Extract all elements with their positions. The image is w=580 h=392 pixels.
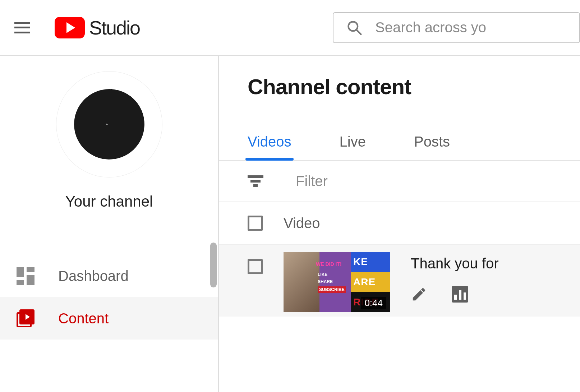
- content-icon: [17, 309, 34, 327]
- channel-label: Your channel: [65, 193, 153, 210]
- select-all-checkbox[interactable]: [248, 216, 263, 231]
- page-title: Channel content: [248, 74, 580, 99]
- search-input[interactable]: [375, 19, 579, 36]
- video-title[interactable]: Thank you for: [411, 255, 499, 272]
- tab-videos[interactable]: Videos: [248, 134, 291, 160]
- video-checkbox[interactable]: [248, 259, 263, 274]
- column-header-video: Video: [284, 215, 320, 231]
- main-content: Channel content Videos Live Posts Video …: [219, 56, 580, 392]
- filter-icon[interactable]: [248, 175, 263, 187]
- search-box[interactable]: [333, 12, 580, 43]
- content-tabs: Videos Live Posts: [248, 134, 580, 160]
- app-header: Studio: [0, 0, 580, 55]
- video-row[interactable]: WE DID IT! LIKE SHARE SUBSCRIBE KE ARE R…: [219, 245, 580, 317]
- analytics-icon[interactable]: [452, 286, 468, 303]
- video-list-header: Video: [219, 202, 580, 245]
- sidebar-item-label: Content: [58, 310, 109, 327]
- youtube-play-icon: [55, 17, 85, 38]
- channel-avatar[interactable]: [56, 72, 162, 177]
- edit-icon[interactable]: [411, 286, 427, 303]
- tab-posts[interactable]: Posts: [414, 134, 450, 160]
- sidebar-item-content[interactable]: Content: [0, 297, 218, 340]
- menu-button[interactable]: [14, 19, 31, 36]
- studio-logo[interactable]: Studio: [55, 17, 140, 39]
- video-duration: 0:44: [361, 297, 386, 309]
- filter-input[interactable]: [296, 173, 478, 189]
- logo-text: Studio: [89, 17, 140, 39]
- video-thumbnail[interactable]: WE DID IT! LIKE SHARE SUBSCRIBE KE ARE R…: [284, 252, 390, 312]
- tab-live[interactable]: Live: [340, 134, 366, 160]
- sidebar-item-label: Dashboard: [58, 268, 129, 284]
- filter-bar: [219, 161, 580, 202]
- sidebar-item-dashboard[interactable]: Dashboard: [0, 255, 218, 297]
- sidebar-scrollbar[interactable]: [210, 243, 217, 287]
- svg-line-1: [356, 29, 361, 34]
- dashboard-icon: [17, 267, 34, 285]
- thumb-headline: WE DID IT!: [316, 261, 342, 267]
- sidebar: Your channel Dashboard Content: [0, 56, 219, 392]
- search-icon: [346, 20, 362, 36]
